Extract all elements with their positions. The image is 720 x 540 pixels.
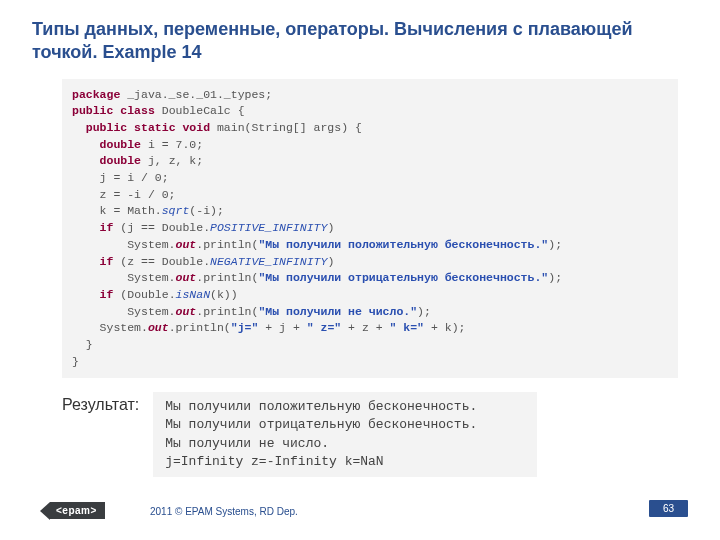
field: out (176, 305, 197, 318)
code-text (72, 138, 100, 151)
string: "Мы получили положительную бесконечность… (258, 238, 548, 251)
code-text: ) (327, 221, 334, 234)
code-block: package _java._se._01._types; public cla… (62, 79, 678, 378)
kw: double (100, 138, 141, 151)
string: "Мы получили отрицательную бесконечность… (258, 271, 548, 284)
code-text: (z == Double. (113, 255, 210, 268)
code-text: .println( (169, 321, 231, 334)
code-text: main(String[] args) { (210, 121, 362, 134)
code-text: + z + (341, 321, 389, 334)
epam-logo: <epam> (50, 502, 105, 519)
code-text: _java._se._01._types; (120, 88, 272, 101)
kw: if (100, 221, 114, 234)
code-text: } (72, 355, 79, 368)
code-text: .println( (196, 238, 258, 251)
code-text: + k); (424, 321, 465, 334)
code-text: ); (548, 238, 562, 251)
code-text: ); (548, 271, 562, 284)
result-label: Результат: (62, 392, 139, 414)
string: "Мы получили не число." (258, 305, 417, 318)
result-output: Мы получили положительную бесконечность.… (153, 392, 537, 477)
code-text: System. (72, 271, 176, 284)
code-text: .println( (196, 271, 258, 284)
code-text (72, 288, 100, 301)
kw: public class (72, 104, 155, 117)
code-text: + j + (258, 321, 306, 334)
copyright: 2011 © EPAM Systems, RD Dep. (150, 506, 298, 517)
code-text (72, 221, 100, 234)
code-text: System. (72, 321, 148, 334)
footer: <epam> 2011 © EPAM Systems, RD Dep. 63 (0, 500, 720, 524)
code-text (72, 154, 100, 167)
code-text: j = i / 0; (72, 171, 169, 184)
static-call: isNaN (176, 288, 211, 301)
const: NEGATIVE_INFINITY (210, 255, 327, 268)
code-text: .println( (196, 305, 258, 318)
field: out (176, 271, 197, 284)
code-text: System. (72, 238, 176, 251)
const: POSITIVE_INFINITY (210, 221, 327, 234)
code-text: } (72, 338, 93, 351)
field: out (176, 238, 197, 251)
kw: if (100, 255, 114, 268)
code-text: DoubleCalc { (155, 104, 245, 117)
code-text: (Double. (113, 288, 175, 301)
string: " k=" (390, 321, 425, 334)
string: "j=" (231, 321, 259, 334)
string: " z=" (307, 321, 342, 334)
code-text: System. (72, 305, 176, 318)
code-text: (k)) (210, 288, 238, 301)
code-text: j, z, k; (141, 154, 203, 167)
code-text: z = -i / 0; (72, 188, 176, 201)
field: out (148, 321, 169, 334)
kw: public static void (86, 121, 210, 134)
code-text (72, 255, 100, 268)
kw: if (100, 288, 114, 301)
code-text: ); (417, 305, 431, 318)
code-text: (-i); (189, 204, 224, 217)
slide-title: Типы данных, переменные, операторы. Вычи… (32, 18, 688, 65)
kw: double (100, 154, 141, 167)
code-text (72, 121, 86, 134)
page-number: 63 (649, 500, 688, 517)
code-text: (j == Double. (113, 221, 210, 234)
code-text: ) (327, 255, 334, 268)
code-text: k = Math. (72, 204, 162, 217)
code-text: i = 7.0; (141, 138, 203, 151)
kw: package (72, 88, 120, 101)
static-call: sqrt (162, 204, 190, 217)
